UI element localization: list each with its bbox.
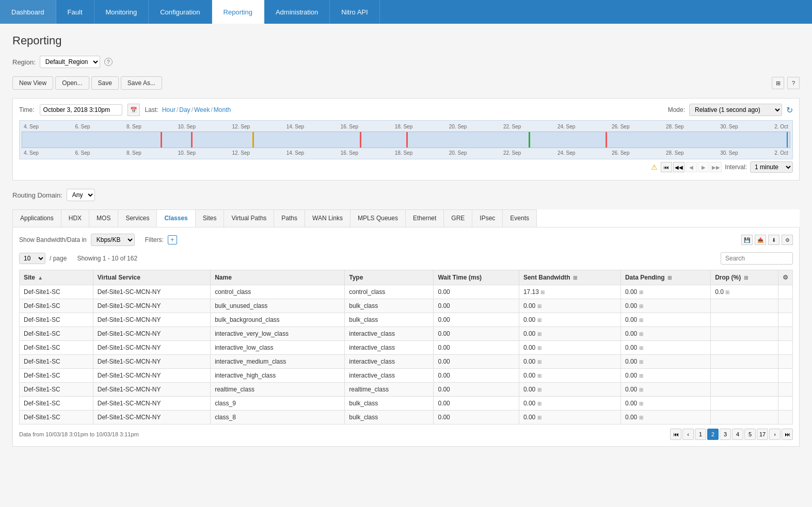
calendar-button[interactable]: 📅 (128, 104, 140, 116)
last-month-link[interactable]: Month (214, 106, 231, 113)
mode-select[interactable]: Relative (1 second ago) (689, 104, 782, 116)
data-range-info: Data from 10/03/18 3:01pm to 10/03/18 3:… (19, 431, 139, 437)
col-sent-bandwidth[interactable]: Sent Bandwidth ⊞ (519, 270, 620, 285)
table-row: Def-Site1-SCDef-Site1-SC-MCN-NYinteracti… (20, 369, 793, 383)
tab-wan-links[interactable]: WAN Links (305, 209, 351, 227)
open-button[interactable]: Open... (55, 76, 89, 90)
timeline-blip-4 (360, 132, 361, 148)
page-last-button[interactable]: ⏭ (782, 429, 793, 440)
search-input[interactable] (721, 252, 793, 265)
timeline-dates-top: 4. Sep6. Sep8. Sep10. Sep12. Sep14. Sep1… (22, 123, 790, 130)
toolbar-right: ⊞ ? (772, 77, 800, 89)
page-prev-button[interactable]: ‹ (682, 429, 694, 440)
timeline-step-next-button[interactable]: ▶ (698, 162, 709, 172)
warning-icon: ⚠ (651, 163, 658, 171)
page-3-button[interactable]: 3 (720, 429, 731, 440)
info-icon-btn[interactable]: ? (787, 77, 800, 89)
new-view-button[interactable]: New View (12, 76, 53, 90)
tabs: ApplicationsHDXMOSServicesClassesSitesVi… (12, 209, 800, 227)
col-type[interactable]: Type (345, 270, 434, 285)
nav-item-dashboard[interactable]: Dashboard (0, 0, 56, 24)
col-drop[interactable]: Drop (%) ⊞ (711, 270, 778, 285)
tab-applications[interactable]: Applications (12, 209, 61, 227)
add-filter-button[interactable]: + (168, 235, 177, 244)
nav-item-reporting[interactable]: Reporting (212, 0, 264, 24)
table-body: Def-Site1-SCDef-Site1-SC-MCN-NYcontrol_c… (20, 285, 793, 424)
grid-icon-btn[interactable]: ⊞ (772, 77, 784, 89)
timeline-footer: ⚠ ⏮ ◀◀ ◀ ▶ ▶▶ Interval: 1 minute 5 minut… (19, 159, 793, 175)
tab-virtual-paths[interactable]: Virtual Paths (224, 209, 274, 227)
table-row: Def-Site1-SCDef-Site1-SC-MCN-NYbulk_unus… (20, 299, 793, 313)
settings-table-icon[interactable]: ⚙ (782, 235, 793, 245)
last-week-link[interactable]: Week (194, 106, 210, 113)
table-row: Def-Site1-SCDef-Site1-SC-MCN-NYinteracti… (20, 341, 793, 355)
col-wait-time[interactable]: Wait Time (ms) (434, 270, 519, 285)
col-data-pending[interactable]: Data Pending ⊞ (620, 270, 710, 285)
page-content: Reporting Region: Default_Region ? New V… (0, 24, 812, 457)
save-button[interactable]: Save (91, 76, 119, 90)
last-label: Last: (145, 106, 158, 113)
page-2-button[interactable]: 2 (707, 429, 719, 440)
timeline-first-button[interactable]: ⏮ (661, 162, 672, 172)
table-row: Def-Site1-SCDef-Site1-SC-MCN-NYrealtime_… (20, 383, 793, 397)
download-icon[interactable]: ⬇ (768, 235, 779, 245)
timeline-blip-6 (529, 132, 530, 148)
nav-item-monitoring[interactable]: Monitoring (94, 0, 149, 24)
last-hour-link[interactable]: Hour (162, 106, 176, 113)
refresh-button[interactable]: ↻ (786, 105, 793, 115)
tab-ipsec[interactable]: IPsec (472, 209, 503, 227)
nav-item-fault[interactable]: Fault (56, 0, 94, 24)
bandwidth-label: Show Bandwidth/Data in (19, 236, 87, 243)
page-5-button[interactable]: 5 (744, 429, 756, 440)
tab-sites[interactable]: Sites (195, 209, 225, 227)
timeline-next-button[interactable]: ▶▶ (710, 162, 722, 172)
tab-events[interactable]: Events (502, 209, 537, 227)
bandwidth-select[interactable]: Kbps/KB Mbps/MB Gbps/GB bps/B (91, 234, 135, 246)
tab-mos[interactable]: MOS (89, 209, 118, 227)
interval-label: Interval: (725, 163, 747, 171)
showing-text: Showing 1 - 10 of 162 (77, 255, 137, 262)
timeline-bar[interactable] (22, 132, 790, 148)
col-site[interactable]: Site ▲ (20, 270, 93, 285)
col-name[interactable]: Name (211, 270, 345, 285)
page-17-button[interactable]: 17 (757, 429, 768, 440)
tab-hdx[interactable]: HDX (61, 209, 89, 227)
tab-classes[interactable]: Classes (156, 209, 195, 227)
routing-label: Routing Domain: (12, 191, 62, 199)
table-row: Def-Site1-SCDef-Site1-SC-MCN-NYclass_9bu… (20, 397, 793, 411)
col-virtual-service[interactable]: Virtual Service (93, 270, 210, 285)
content-panel: Show Bandwidth/Data in Kbps/KB Mbps/MB G… (12, 227, 800, 447)
region-select[interactable]: Default_Region (40, 56, 100, 68)
tab-services[interactable]: Services (118, 209, 157, 227)
routing-select[interactable]: Any (67, 189, 95, 201)
page-1-button[interactable]: 1 (695, 429, 706, 440)
bandwidth-row: Show Bandwidth/Data in Kbps/KB Mbps/MB G… (19, 234, 793, 246)
interval-select[interactable]: 1 minute 5 minutes 1 hour (750, 161, 793, 173)
timeline-nav-buttons: ⏮ ◀◀ ◀ ▶ ▶▶ (661, 162, 722, 172)
mode-label: Mode: (668, 106, 685, 113)
last-links: Last: Hour / Day / Week / Month (145, 106, 231, 113)
page-next-button[interactable]: › (769, 429, 781, 440)
nav-item-configuration[interactable]: Configuration (149, 0, 212, 24)
tab-paths[interactable]: Paths (274, 209, 305, 227)
save-as-button[interactable]: Save As... (121, 76, 162, 90)
time-input[interactable] (40, 104, 122, 116)
page-title: Reporting (12, 34, 800, 47)
nav-item-nitro-api[interactable]: Nitro API (330, 0, 379, 24)
tab-ethernet[interactable]: Ethernet (405, 209, 444, 227)
timeline-prev-button[interactable]: ◀◀ (673, 162, 684, 172)
last-day-link[interactable]: Day (179, 106, 190, 113)
page-4-button[interactable]: 4 (732, 429, 743, 440)
tab-mpls-queues[interactable]: MPLS Queues (350, 209, 406, 227)
save-table-icon[interactable]: 💾 (741, 235, 753, 245)
top-nav: DashboardFaultMonitoringConfigurationRep… (0, 0, 812, 24)
page-first-button[interactable]: ⏮ (670, 429, 681, 440)
col-settings[interactable]: ⚙ (778, 270, 793, 285)
per-page-label: / page (50, 255, 67, 262)
timeline-step-prev-button[interactable]: ◀ (686, 162, 697, 172)
export-icon[interactable]: 📤 (755, 235, 766, 245)
help-icon[interactable]: ? (104, 58, 113, 66)
nav-item-administration[interactable]: Administration (264, 0, 330, 24)
tab-gre[interactable]: GRE (443, 209, 472, 227)
per-page-select[interactable]: 10 25 50 100 (19, 253, 45, 264)
